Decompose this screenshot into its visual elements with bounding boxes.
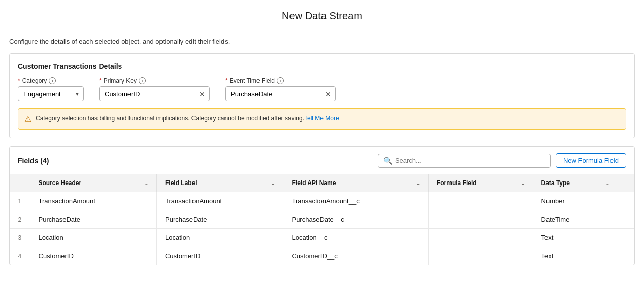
row-field-label: PurchaseDate [156, 210, 283, 229]
search-input[interactable] [395, 157, 545, 164]
sort-source-header-icon[interactable]: ⌄ [144, 180, 148, 186]
table-row: 2 PurchaseDate PurchaseDate PurchaseDate… [10, 210, 634, 229]
warning-banner: ⚠ Category selection has billing and fun… [18, 108, 626, 130]
row-num: 4 [10, 247, 30, 265]
row-formula-field [428, 210, 533, 229]
fields-controls: 🔍 New Formula Field [378, 153, 626, 168]
fields-title: Fields (4) [18, 157, 49, 165]
sort-formula-field-icon[interactable]: ⌄ [521, 180, 525, 186]
row-field-label: Location [156, 229, 283, 247]
row-num: 3 [10, 229, 30, 247]
tell-me-more-link[interactable]: Tell Me More [304, 115, 339, 122]
table-row: 1 TransactionAmount TransactionAmount Tr… [10, 192, 634, 210]
th-data-type: Data Type ⌄ [533, 174, 618, 192]
row-field-api-name: Location__c [283, 229, 428, 247]
event-time-group: * Event Time Field i ✕ [225, 77, 336, 101]
warning-triangle-icon: ⚠ [24, 114, 31, 124]
primary-key-group: * Primary Key i ✕ [99, 77, 210, 101]
fields-section: Fields (4) 🔍 New Formula Field Source He… [9, 146, 635, 265]
row-source-header: Location [30, 229, 156, 247]
required-star-pk: * [99, 77, 102, 84]
form-row: * Category i Engagement ▼ * Primary Key … [18, 77, 626, 101]
table-row: 4 CustomerID CustomerID CustomerID__c Te… [10, 247, 634, 265]
event-time-info-icon[interactable]: i [277, 77, 284, 84]
row-data-type: DateTime [533, 210, 618, 229]
required-star-et: * [225, 77, 228, 84]
primary-key-info-icon[interactable]: i [139, 77, 146, 84]
row-num: 1 [10, 192, 30, 210]
primary-key-input[interactable] [100, 87, 195, 101]
row-source-header: PurchaseDate [30, 210, 156, 229]
search-icon: 🔍 [383, 157, 392, 165]
row-field-api-name: PurchaseDate__c [283, 210, 428, 229]
table-header-row: Source Header ⌄ Field Label ⌄ Field API … [10, 174, 634, 192]
row-field-label: TransactionAmount [156, 192, 283, 210]
event-time-label: * Event Time Field i [225, 77, 336, 84]
new-formula-field-button[interactable]: New Formula Field [556, 153, 626, 168]
customer-transactions-section: Customer Transactions Details * Category… [9, 53, 635, 138]
th-source-header: Source Header ⌄ [30, 174, 156, 192]
category-select[interactable]: Engagement [18, 86, 84, 101]
page-title: New Data Stream [0, 10, 644, 22]
th-formula-field: Formula Field ⌄ [428, 174, 533, 192]
row-data-type: Number [533, 192, 618, 210]
page-body: Configure the details of each selected o… [0, 29, 644, 273]
row-data-type: Text [533, 229, 618, 247]
category-group: * Category i Engagement ▼ [18, 77, 84, 101]
section-title: Customer Transactions Details [18, 62, 626, 70]
primary-key-input-wrapper: ✕ [99, 86, 210, 101]
sort-field-api-icon[interactable]: ⌄ [416, 180, 420, 186]
event-time-input[interactable] [226, 87, 321, 101]
row-formula-field [428, 229, 533, 247]
search-box: 🔍 [378, 154, 551, 168]
sort-data-type-icon[interactable]: ⌄ [605, 180, 609, 186]
required-star-category: * [18, 77, 20, 84]
sort-field-label-icon[interactable]: ⌄ [271, 180, 275, 186]
fields-table: Source Header ⌄ Field Label ⌄ Field API … [10, 174, 634, 265]
page-header: New Data Stream [0, 0, 644, 29]
row-action [618, 247, 635, 265]
th-field-api-name: Field API Name ⌄ [283, 174, 428, 192]
subtitle: Configure the details of each selected o… [9, 38, 635, 45]
table-row: 3 Location Location Location__c Text [10, 229, 634, 247]
row-field-api-name: TransactionAmount__c [283, 192, 428, 210]
category-label: * Category i [18, 77, 84, 84]
row-action [618, 229, 635, 247]
fields-header: Fields (4) 🔍 New Formula Field [10, 147, 634, 174]
category-select-wrapper: Engagement ▼ [18, 86, 84, 101]
row-source-header: TransactionAmount [30, 192, 156, 210]
th-field-label: Field Label ⌄ [156, 174, 283, 192]
table-body: 1 TransactionAmount TransactionAmount Tr… [10, 192, 634, 265]
primary-key-clear-button[interactable]: ✕ [195, 90, 209, 98]
th-num [10, 174, 30, 192]
category-info-icon[interactable]: i [49, 77, 56, 84]
row-field-api-name: CustomerID__c [283, 247, 428, 265]
row-formula-field [428, 192, 533, 210]
th-actions [618, 174, 635, 192]
primary-key-label: * Primary Key i [99, 77, 210, 84]
row-field-label: CustomerID [156, 247, 283, 265]
row-action [618, 192, 635, 210]
warning-text: Category selection has billing and funct… [36, 114, 339, 123]
row-num: 2 [10, 210, 30, 229]
row-source-header: CustomerID [30, 247, 156, 265]
row-formula-field [428, 247, 533, 265]
row-action [618, 210, 635, 229]
row-data-type: Text [533, 247, 618, 265]
event-time-clear-button[interactable]: ✕ [321, 90, 335, 98]
event-time-input-wrapper: ✕ [225, 86, 336, 101]
